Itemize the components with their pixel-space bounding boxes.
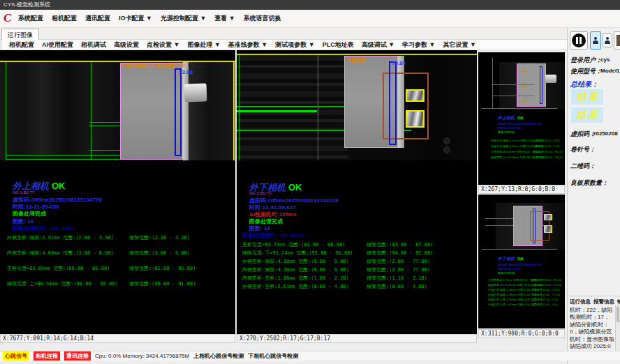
menu-item-view[interactable]: 查看 ▼	[214, 14, 235, 23]
exit-button[interactable]	[614, 31, 620, 50]
thumb-camera-heading: 外上相机OK	[498, 115, 524, 121]
defect-rect-yellow	[406, 110, 425, 128]
measurement-row: 外侧主桥-隔膜:4.38mm 范围:(0.00 - 9.00) 报警范围:(2.…	[242, 258, 473, 265]
thumbnail-bottom-camera[interactable]: 外下相机OK 虚拟码:Offline20250208133134728 时间:1…	[478, 195, 565, 328]
measurement-row: 外侧主桥-主桥:2.61mm 范围:(0.60 - 4.00) 报警范围:(0.…	[242, 283, 473, 290]
defect-rect-yellow	[544, 225, 552, 233]
side-panel: 登录用户： cys 使用型号： Model1 总结果： 结 果 结 果 虚拟码：…	[567, 28, 620, 364]
info-tab-error[interactable]: 错误信息	[617, 298, 620, 305]
reel-needle-label: 卷针号：	[570, 145, 596, 154]
process-done-line: 图像处理完成	[498, 271, 515, 275]
qr-code-label: 二维码：	[570, 162, 596, 171]
machine-texture	[237, 55, 348, 160]
threshold-overlay-label: AI静态阈值:93, 动态阈值:100	[121, 62, 185, 69]
roi-line-horizontal	[492, 84, 534, 85]
roi-line-horizontal	[482, 249, 557, 250]
measurement-text: 内侧主桥-主桥:1.90mm 范围:(1.00 - 2.20)	[242, 275, 349, 282]
bright-strip	[183, 62, 189, 160]
tool-baseline-params[interactable]: 基准线参数 ▼	[228, 40, 267, 50]
left-camera-image[interactable]	[0, 62, 235, 160]
pause-button[interactable]	[570, 31, 588, 50]
alarm-range-text: 报警范围:(2.00 - 77.00)	[367, 258, 430, 265]
measurement-row: 内侧主桥-隔膜:4.38mm 范围:(0.00 - 9.00) 报警范围:(2.…	[242, 266, 473, 273]
left-camera-panel[interactable]: AI静态阈值:93, 动态阈值:100 93.88 外上相机OK NG:0;B0…	[0, 50, 235, 334]
user-icon	[604, 37, 611, 45]
menu-item-camera-config[interactable]: 相机配置	[52, 14, 77, 23]
menu-item-comm-config[interactable]: 通讯配置	[85, 14, 110, 23]
login-user-value: cys	[600, 56, 610, 63]
alarm-range-text: 报警范围:(81.00 - 85.00)	[533, 150, 563, 153]
heartbeat-status-chip: 心跳信号	[3, 351, 29, 361]
process-time-line: 图像处理机时: 258.00ms	[13, 225, 75, 232]
tool-test-params[interactable]: 测试项参数 ▼	[275, 40, 314, 50]
camera-name: 外下相机	[498, 257, 515, 261]
user-mode-button-selected[interactable]	[590, 31, 601, 50]
thumb-camera-heading: 外下相机OK	[498, 256, 524, 262]
window-title: CYS-视觉检测系统	[3, 1, 50, 8]
tool-camera-config[interactable]: 相机配置	[9, 40, 34, 50]
tool-plc-address[interactable]: PLC地址表	[323, 40, 354, 50]
menu-item-light-control[interactable]: 光源控制配置 ▼	[161, 14, 206, 23]
process-done-line: 图像处理完成	[13, 210, 46, 218]
model-value: Model1	[600, 68, 620, 74]
alarm-range-text: 报警范围:(1.10 - 2.10)	[367, 275, 427, 282]
app-statusbar: 心跳信号 相机连接 通讯连接 Cpu: 0.0% Memory: 3424.41…	[0, 351, 620, 361]
alarm-range-text: 报警范围:(2.20 - 3.20)	[129, 234, 190, 241]
measurement-text: 隔膜宽度-下=95.24mm 范围:(93.00 - 98.00)	[242, 250, 353, 257]
middle-camera-panel[interactable]: AI检测框 73.80 外下相机OK NG:0;B0:T0 虚拟码:Offlin…	[237, 50, 477, 334]
measurement-row: 隔膜宽度-下=95.24mm 范围:(93.00 - 98.00) 报警范围:(…	[242, 250, 473, 257]
tool-other-settings[interactable]: 其它设置 ▼	[443, 40, 476, 50]
user-mode-button[interactable]	[603, 33, 612, 47]
measure-value-overlay: 73.80	[392, 60, 406, 66]
tool-advanced-debug[interactable]: 高级调试 ▼	[362, 40, 394, 50]
tool-learning-params[interactable]: 学习参数 ▼	[402, 40, 435, 50]
process-time-line: 图像处理机时: 140.00ms	[242, 232, 304, 239]
virtual-barcode-line: 虚拟码:Offline20250208133134728	[498, 263, 541, 266]
alarm-range-text: 报警范围:(0.60 - 4.00)	[531, 303, 559, 306]
window-titlebar[interactable]: CYS-视觉检测系统	[0, 0, 620, 10]
tool-camera-debug[interactable]: 相机调试	[81, 40, 106, 50]
alarm-range-text: 报警范围:(81.00 - 85.00)	[129, 265, 195, 272]
log-scrollbar-thumb[interactable]	[617, 307, 619, 322]
measurement-text: 主桥宽度=83.73mm 范围:(82.00 - 88.00)	[488, 278, 538, 282]
measurement-text: 内侧主桥-隔膜:4.60mm 范围:(3.00 - 6.00)	[7, 250, 114, 257]
thumbnail-top-camera[interactable]: 外上相机OK 虚拟码:Offline20250208133134728 时间:1…	[478, 52, 565, 185]
roi-rect-blue	[540, 66, 542, 104]
info-tab-run[interactable]: 运行信息	[570, 298, 591, 305]
tool-image-processing[interactable]: 图像处理 ▼	[187, 40, 220, 50]
alarm-range-text: 报警范围:(1.10 - 2.10)	[531, 298, 559, 301]
tool-ai-use-config[interactable]: AI使用配置	[42, 40, 73, 50]
menu-item-system-config[interactable]: 系统配置	[18, 14, 43, 23]
defect-rect-yellow	[544, 214, 552, 220]
alarm-range-text: 报警范围:(3.00 - 5.00)	[533, 144, 560, 148]
info-tab-alarm[interactable]: 报警信息	[593, 298, 614, 305]
user-icon	[592, 37, 599, 45]
alarm-range-text: 报警范围:(3.00 - 5.00)	[129, 250, 190, 257]
measure-value-overlay: 93.88	[179, 69, 193, 75]
alarm-range-text: 报警范围:(83.00 - 87.00)	[367, 241, 433, 248]
total-result-label: 总结果：	[570, 79, 598, 89]
marker-orange	[522, 68, 526, 72]
menu-item-language-switch[interactable]: 系统语言切换	[244, 14, 281, 23]
measurement-row: 主桥宽度=83.05mm 范围:(80.00 - 86.00) 报警范围:(81…	[7, 265, 230, 272]
bolt-head	[443, 146, 450, 153]
roi-line-vertical	[492, 58, 493, 108]
alarm-range-text: 报警范围:(89.00 - 91.00)	[533, 156, 563, 159]
tab-metal-part	[545, 75, 556, 83]
left-panel-statusbar: X:7677;Y:891;R:14;G:14;B:14	[0, 334, 235, 343]
measurement-row: 内侧主桥-隔膜:4.60mm 范围:(3.00 - 6.00) 报警范围:(3.…	[7, 250, 230, 257]
tool-spot-check[interactable]: 点检设置 ▼	[147, 40, 179, 50]
middle-panel-statusbar: X:270;Y:2502;R:17;G:17;B:17	[237, 334, 477, 343]
alarm-range-text: 报警范围:(94.00 - 97.00)	[367, 250, 433, 257]
defect-rect-yellow	[406, 89, 425, 102]
ai-box-label: AI检测框	[346, 56, 366, 63]
measurement-row: 内侧主桥-主桥:1.90mm 范围:(1.00 - 2.20) 报警范围:(1.…	[242, 275, 473, 282]
alarm-range-text: 报警范围:(2.00 - 77.00)	[531, 288, 560, 291]
tool-advanced-settings[interactable]: 高级设置	[114, 40, 139, 50]
login-user-label: 登录用户：	[570, 56, 602, 65]
menu-item-io-config[interactable]: IO卡配置 ▼	[119, 14, 152, 23]
comm-connection-chip: 通讯连接	[64, 351, 91, 361]
measurement-row: 外侧主桥-隔膜:2.91mm 范围:(2.00 - 3.50) 报警范围:(2.…	[7, 234, 230, 241]
tab-metal-part	[184, 83, 207, 102]
measurement-text: 主桥宽度=83.73mm 范围:(82.00 - 88.00)	[242, 241, 345, 248]
